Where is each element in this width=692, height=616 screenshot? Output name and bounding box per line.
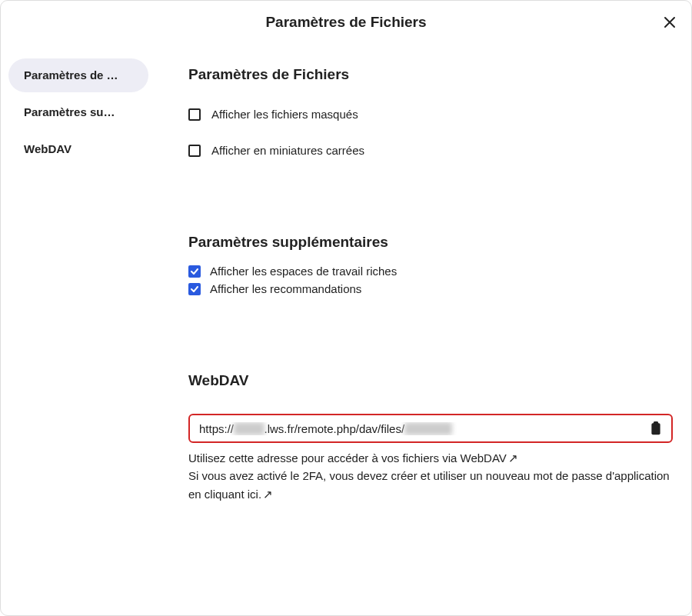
option-label: Afficher les espaces de travail riches: [210, 265, 397, 278]
external-link-icon: ↗: [508, 451, 518, 464]
help-text: Si vous avez activé le 2FA, vous devez c…: [188, 469, 670, 500]
checkbox-checked-icon: [188, 283, 201, 295]
option-label: Afficher les fichiers masqués: [211, 108, 358, 121]
modal-header: Paramètres de Fichiers: [1, 1, 691, 43]
option-rich-workspaces[interactable]: Afficher les espaces de travail riches: [188, 265, 673, 278]
webdav-url-value[interactable]: https://xxxxx.lws.fr/remote.php/dav/file…: [199, 422, 648, 435]
checkbox-checked-icon: [188, 265, 201, 278]
url-part: https://: [199, 422, 234, 435]
sidebar-item-label: Paramètres su…: [24, 105, 115, 118]
settings-sidebar: Paramètres de … Paramètres su… WebDAV: [1, 58, 155, 534]
section-webdav: WebDAV https://xxxxx.lws.fr/remote.php/d…: [188, 372, 673, 503]
option-label: Afficher les recommandations: [210, 282, 361, 295]
section-title: Paramètres de Fichiers: [188, 66, 673, 83]
close-button[interactable]: [659, 12, 680, 33]
modal-title: Paramètres de Fichiers: [265, 14, 426, 31]
url-part: .lws.fr/remote.php/dav/files/: [264, 422, 405, 435]
redacted-user: xxxxxxxx: [404, 422, 452, 435]
sidebar-item-webdav[interactable]: WebDAV: [8, 132, 148, 166]
option-recommendations[interactable]: Afficher les recommandations: [188, 282, 673, 295]
external-link-icon: ↗: [263, 488, 273, 501]
svg-rect-1: [654, 421, 658, 425]
option-label: Afficher en miniatures carrées: [211, 144, 364, 157]
sidebar-item-label: WebDAV: [24, 142, 72, 155]
copy-button[interactable]: [648, 421, 664, 436]
webdav-help-link-2[interactable]: Si vous avez activé le 2FA, vous devez c…: [188, 467, 673, 503]
close-icon: [664, 16, 676, 28]
option-square-thumbnails[interactable]: Afficher en miniatures carrées: [188, 144, 673, 157]
webdav-url-field[interactable]: https://xxxxx.lws.fr/remote.php/dav/file…: [188, 414, 673, 443]
option-show-hidden-files[interactable]: Afficher les fichiers masqués: [188, 108, 673, 121]
sidebar-item-extra-settings[interactable]: Paramètres su…: [8, 95, 148, 129]
sidebar-item-file-settings[interactable]: Paramètres de …: [8, 58, 148, 92]
section-title: WebDAV: [188, 372, 673, 389]
section-title: Paramètres supplémentaires: [188, 234, 673, 251]
webdav-help-link-1[interactable]: Utilisez cette adresse pour accéder à vo…: [188, 449, 673, 467]
help-text: Utilisez cette adresse pour accéder à vo…: [188, 451, 507, 464]
section-file-settings: Paramètres de Fichiers Afficher les fich…: [188, 66, 673, 157]
section-extra-settings: Paramètres supplémentaires Afficher les …: [188, 234, 673, 295]
sidebar-item-label: Paramètres de …: [24, 68, 118, 82]
redacted-host: xxxxx: [234, 422, 264, 435]
checkbox-unchecked-icon: [188, 145, 201, 157]
clipboard-icon: [648, 421, 664, 436]
checkbox-unchecked-icon: [188, 108, 201, 121]
svg-rect-0: [651, 423, 660, 435]
settings-main: Paramètres de Fichiers Afficher les fich…: [155, 58, 691, 534]
